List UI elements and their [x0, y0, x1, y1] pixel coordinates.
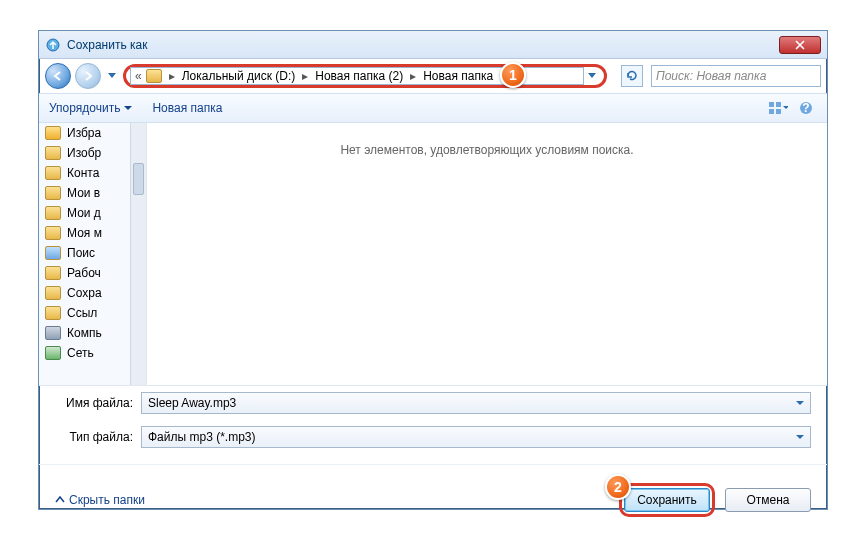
file-list-area: Нет элементов, удовлетворяющих условиям …: [147, 123, 827, 385]
search-placeholder: Поиск: Новая папка: [656, 69, 766, 83]
star-icon: [45, 126, 61, 140]
breadcrumb-segment[interactable]: Локальный диск (D:): [182, 69, 296, 83]
hide-folders-link[interactable]: Скрыть папки: [55, 493, 145, 507]
organize-menu[interactable]: Упорядочить: [49, 101, 132, 115]
filetype-label: Тип файла:: [55, 430, 133, 444]
chevron-down-icon: [124, 106, 132, 111]
svg-rect-1: [769, 102, 774, 107]
app-icon: [45, 37, 61, 53]
close-button[interactable]: [779, 36, 821, 54]
save-as-dialog: Сохранить как « ▸ Локальный диск (D:) ▸ …: [38, 30, 828, 510]
save-button-highlight: Сохранить: [619, 483, 715, 517]
network-icon: [45, 346, 61, 360]
filename-label: Имя файла:: [55, 396, 133, 410]
svg-text:?: ?: [802, 101, 809, 115]
chevron-down-icon: [796, 435, 804, 440]
chevron-right-icon: ▸: [299, 69, 311, 83]
arrow-left-icon: [52, 70, 64, 82]
folder-icon: [45, 286, 61, 300]
filetype-select[interactable]: Файлы mp3 (*.mp3): [141, 426, 811, 448]
sidebar-scrollbar[interactable]: [130, 123, 146, 385]
chevron-up-icon: [55, 495, 65, 505]
nav-history-dropdown[interactable]: [105, 63, 119, 89]
filetype-dropdown[interactable]: [792, 429, 808, 445]
folder-icon: [45, 226, 61, 240]
address-dropdown[interactable]: [584, 73, 600, 79]
arrow-right-icon: [82, 70, 94, 82]
chevron-down-icon: [783, 106, 788, 110]
search-input[interactable]: Поиск: Новая папка: [651, 65, 821, 87]
annotation-badge-2: 2: [605, 474, 631, 500]
view-options-button[interactable]: [767, 98, 789, 118]
filename-dropdown[interactable]: [792, 395, 808, 411]
folder-icon: [45, 206, 61, 220]
close-icon: [795, 40, 805, 50]
toolbar: Упорядочить Новая папка ?: [39, 93, 827, 123]
folder-icon: [45, 266, 61, 280]
annotation-badge-1: 1: [500, 62, 526, 88]
breadcrumb-segment[interactable]: Новая папка (2): [315, 69, 403, 83]
view-icon: [768, 101, 783, 115]
help-icon: ?: [799, 101, 813, 115]
search-icon: [45, 246, 61, 260]
svg-rect-4: [776, 109, 781, 114]
dialog-footer: Скрыть папки Сохранить Отмена: [39, 464, 827, 527]
refresh-icon: [625, 69, 639, 83]
nav-sidebar: Избра Изобр Конта Мои в Мои д Моя м Поис…: [39, 123, 147, 385]
chevron-right-icon: ▸: [407, 69, 419, 83]
cancel-button[interactable]: Отмена: [725, 488, 811, 512]
filetype-row: Тип файла: Файлы mp3 (*.mp3): [39, 420, 827, 454]
save-button[interactable]: Сохранить: [624, 488, 710, 512]
refresh-button[interactable]: [621, 65, 643, 87]
chevron-down-icon: [108, 73, 116, 79]
dialog-title: Сохранить как: [67, 38, 147, 52]
dialog-body: Избра Изобр Конта Мои в Мои д Моя м Поис…: [39, 123, 827, 385]
svg-rect-3: [769, 109, 774, 114]
forward-button[interactable]: [75, 63, 101, 89]
new-folder-button[interactable]: Новая папка: [152, 101, 222, 115]
breadcrumb-segment[interactable]: Новая папка: [423, 69, 493, 83]
empty-message: Нет элементов, удовлетворяющих условиям …: [340, 143, 633, 385]
chevron-down-icon: [796, 401, 804, 406]
chevron-down-icon: [588, 73, 596, 79]
filename-input[interactable]: Sleep Away.mp3: [141, 392, 811, 414]
back-button[interactable]: [45, 63, 71, 89]
nav-row: « ▸ Локальный диск (D:) ▸ Новая папка (2…: [39, 59, 827, 93]
folder-icon: [45, 306, 61, 320]
address-bar-highlight: « ▸ Локальный диск (D:) ▸ Новая папка (2…: [123, 64, 607, 88]
help-button[interactable]: ?: [795, 98, 817, 118]
svg-rect-2: [776, 102, 781, 107]
folder-icon: [146, 69, 162, 83]
breadcrumb-overflow[interactable]: «: [135, 69, 142, 83]
chevron-right-icon: ▸: [166, 69, 178, 83]
titlebar: Сохранить как: [39, 31, 827, 59]
filename-row: Имя файла: Sleep Away.mp3: [39, 386, 827, 420]
folder-icon: [45, 186, 61, 200]
folder-icon: [45, 166, 61, 180]
computer-icon: [45, 326, 61, 340]
folder-icon: [45, 146, 61, 160]
